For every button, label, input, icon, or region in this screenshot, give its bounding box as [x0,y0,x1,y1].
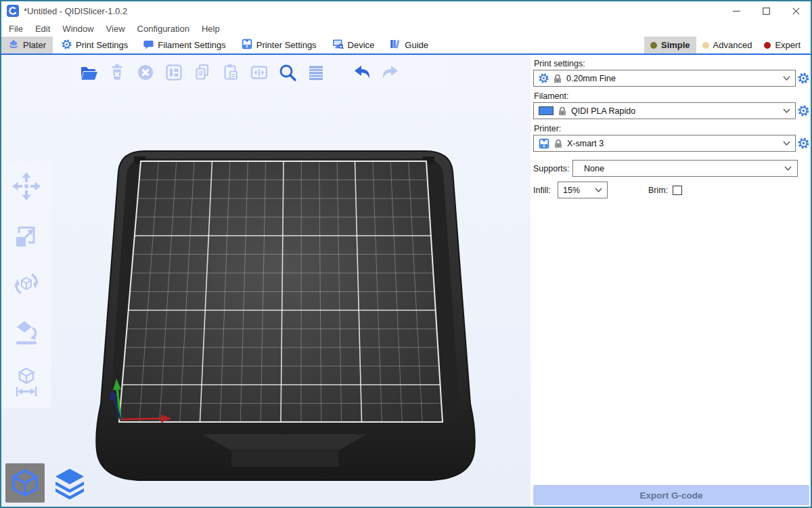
infill-label: Infill: [533,186,558,195]
menubar: File Edit Window View Configuration Help [1,20,811,37]
chevron-down-icon [595,188,602,192]
chevron-down-icon [784,166,792,171]
lock-icon [558,106,566,116]
titlebar: *Untitled - QIDISlicer-1.0.2 [1,1,811,20]
close-icon[interactable] [781,1,811,20]
mode-label: Expert [775,40,800,50]
tab-label: Guide [405,40,428,50]
print-settings-combo[interactable]: 0.20mm Fine [533,70,796,87]
filament-label: Filament: [534,91,809,101]
mode-switcher: Simple Advanced Expert [644,37,811,54]
expert-dot-icon [764,42,771,49]
3d-viewport[interactable] [1,55,531,507]
export-gcode-button[interactable]: Export G-code [533,485,809,505]
view-toggles [5,463,89,503]
brim-label: Brim: [648,186,668,195]
brim-checkbox[interactable] [673,186,682,195]
printer-icon [539,138,549,149]
tab-device[interactable]: Device [325,37,382,54]
printer-bed [1,55,531,507]
tab-label: Printer Settings [256,40,317,50]
mode-advanced[interactable]: Advanced [696,37,759,54]
tab-label: Plater [23,40,46,50]
supports-label: Supports: [533,164,572,173]
undo-icon[interactable] [352,62,372,83]
delete-all-icon[interactable] [135,62,156,83]
gear-icon [62,39,72,51]
chevron-down-icon [783,76,790,81]
tab-guide[interactable]: Guide [383,37,435,54]
lock-icon [554,74,562,83]
app-logo-icon [7,5,19,17]
printer-label: Printer: [534,124,809,133]
sequence-icon[interactable] [249,62,269,83]
supports-combo[interactable]: None [572,160,798,177]
menu-help[interactable]: Help [196,22,226,36]
arrange-icon[interactable] [164,62,184,83]
infill-combo[interactable]: 15% [558,182,608,198]
gear-icon [539,73,549,83]
top-toolbar [70,58,453,87]
printer-gear-button[interactable] [796,137,809,149]
tab-plater[interactable]: Plater [1,37,53,54]
chevron-down-icon [783,108,790,113]
paste-icon[interactable] [221,62,241,83]
window-title: *Untitled - QIDISlicer-1.0.2 [24,6,127,16]
printer-value: X-smart 3 [567,139,604,148]
menu-window[interactable]: Window [56,22,99,36]
measure-icon[interactable] [11,366,42,397]
filament-gear-button[interactable] [796,105,809,117]
delete-icon[interactable] [107,62,127,83]
menu-configuration[interactable]: Configuration [131,22,196,36]
lock-icon [554,139,562,148]
tab-label: Print Settings [76,40,128,50]
print-settings-value: 0.20mm Fine [566,74,616,83]
app-window: *Untitled - QIDISlicer-1.0.2 File Edit W… [0,0,812,508]
left-toolbar [1,161,51,408]
mode-expert[interactable]: Expert [758,37,807,54]
3d-editor-icon[interactable] [5,463,45,503]
gear-icon [798,105,809,117]
filament-value: QIDI PLA Rapido [571,106,635,116]
tab-label: Device [348,40,375,50]
tab-print-settings[interactable]: Print Settings [55,37,135,54]
copy-icon[interactable] [192,62,212,83]
place-on-face-icon[interactable] [11,317,42,348]
redo-icon[interactable] [380,62,401,83]
scale-icon[interactable] [11,219,42,251]
rotate-icon[interactable] [11,268,42,299]
simple-dot-icon [650,42,657,49]
menu-edit[interactable]: Edit [29,22,56,36]
guide-icon [390,39,401,51]
filament-combo[interactable]: QIDI PLA Rapido [533,102,796,119]
layers-preview-icon[interactable] [50,463,89,503]
tabbar: Plater Print Settings Filament Settings [1,37,811,55]
filament-icon [143,39,154,51]
mode-label: Simple [661,40,690,50]
advanced-dot-icon [702,42,709,49]
filament-color-swatch [539,106,554,115]
print-settings-gear-button[interactable] [796,72,809,84]
infill-value: 15% [563,186,580,195]
mode-label: Advanced [713,40,752,50]
maximize-icon[interactable] [751,1,781,20]
printer-combo[interactable]: X-smart 3 [533,135,796,152]
minimize-icon[interactable] [721,1,751,20]
open-icon[interactable] [78,62,99,83]
gear-icon [798,137,809,149]
gear-icon [798,72,809,84]
tab-label: Filament Settings [158,40,225,50]
move-icon[interactable] [11,171,42,202]
plater-icon [8,39,19,51]
layers-list-icon[interactable] [306,62,326,83]
supports-value: None [584,164,604,173]
tab-printer-settings[interactable]: Printer Settings [235,37,323,54]
menu-view[interactable]: View [100,22,131,36]
print-settings-label: Print settings: [534,59,809,68]
menu-file[interactable]: File [3,22,29,36]
search-icon[interactable] [277,62,298,83]
tab-filament-settings[interactable]: Filament Settings [137,37,232,54]
mode-simple[interactable]: Simple [644,37,696,54]
settings-sidebar: Print settings: 0.20mm Fine [531,55,811,507]
chevron-down-icon [783,141,790,146]
